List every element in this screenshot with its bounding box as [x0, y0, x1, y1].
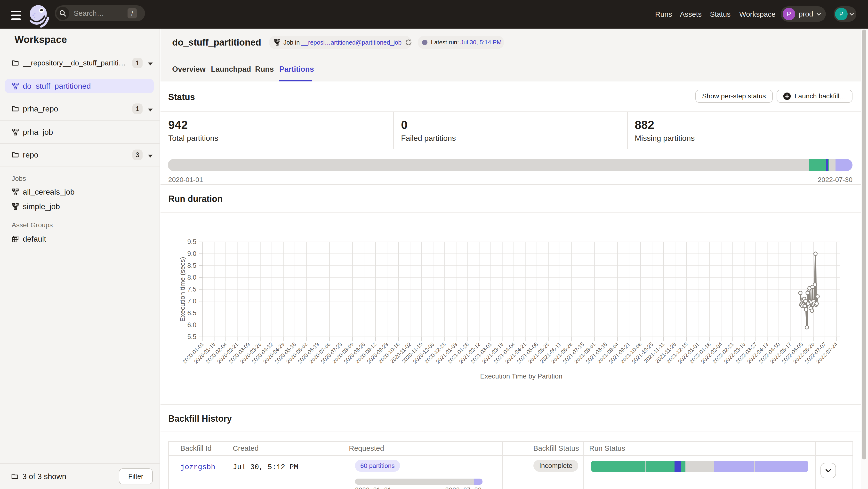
svg-text:7.0: 7.0	[187, 298, 196, 305]
svg-text:6.5: 6.5	[187, 309, 196, 317]
svg-text:9.0: 9.0	[187, 250, 196, 257]
svg-text:8.5: 8.5	[187, 262, 196, 269]
svg-text:Execution Time by Partition: Execution Time by Partition	[480, 372, 562, 380]
svg-text:9.5: 9.5	[187, 238, 196, 246]
svg-text:7.5: 7.5	[187, 286, 196, 293]
svg-text:6.0: 6.0	[187, 321, 196, 329]
svg-text:Execution time (secs): Execution time (secs)	[179, 257, 186, 322]
svg-text:8.0: 8.0	[187, 274, 196, 281]
svg-text:5.5: 5.5	[187, 333, 196, 340]
